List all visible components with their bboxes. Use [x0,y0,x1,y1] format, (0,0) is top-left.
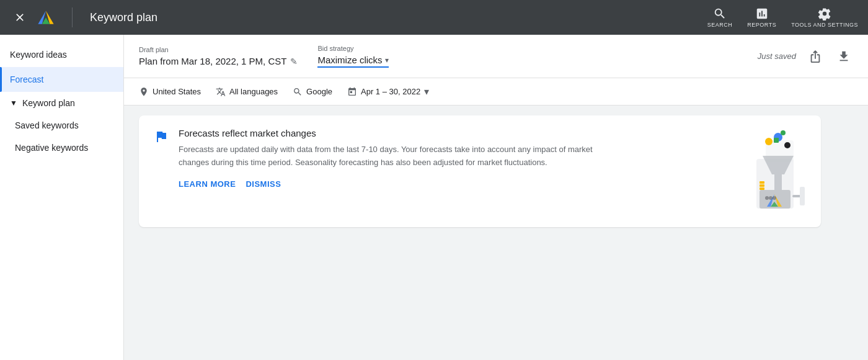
reports-icon [755,7,769,20]
sidebar-item-negative-keywords[interactable]: Negative keywords [0,137,123,159]
reports-nav-button[interactable]: REPORTS [747,7,776,28]
svg-rect-18 [800,187,805,205]
location-icon [139,87,149,97]
network-filter[interactable]: Google [293,87,332,97]
sidebar-item-forecast[interactable]: Forecast [0,67,123,92]
dismiss-button[interactable]: DISMISS [246,179,281,189]
search-nav-label: SEARCH [707,22,733,28]
search-icon [713,7,727,20]
main-layout: Keyword ideas Forecast ▼ Keyword plan Sa… [0,35,868,360]
bid-strategy-value: Maximize clicks [317,55,382,65]
notification-card: Forecasts reflect market changes Forecas… [139,115,821,227]
share-button[interactable] [806,47,825,66]
search-nav-button[interactable]: SEARCH [707,7,733,28]
filters-bar: United States All languages Google Apr 1… [124,78,868,106]
close-button[interactable] [10,7,30,27]
download-icon [837,50,851,63]
sidebar-item-keyword-ideas[interactable]: Keyword ideas [0,42,123,67]
language-filter-value: All languages [229,87,278,96]
top-navigation-bar: Keyword plan SEARCH REPORTS TOOLS AND SE… [0,0,868,35]
sidebar-section-main: Keyword ideas Forecast ▼ Keyword plan Sa… [0,40,123,161]
notification-text: Forecasts are updated daily with data fr… [179,143,600,169]
chevron-down-icon: ▼ [10,99,17,107]
notification-flag-icon [154,129,169,148]
svg-point-11 [765,138,773,145]
page-title: Keyword plan [90,11,157,24]
location-filter[interactable]: United States [139,87,201,97]
sidebar-keyword-plan-section[interactable]: ▼ Keyword plan [0,92,123,114]
language-filter[interactable]: All languages [216,87,278,97]
svg-point-19 [765,196,769,200]
search-network-value: Google [306,87,332,96]
location-filter-value: United States [153,87,201,96]
svg-point-10 [784,142,790,148]
svg-rect-22 [760,187,764,190]
language-icon [216,87,226,97]
svg-point-12 [781,130,786,135]
date-range-filter[interactable]: Apr 1 – 30, 2022 ▾ [347,86,429,97]
plan-header: Draft plan Plan from Mar 18, 2022, 1 PM,… [124,35,868,78]
tools-nav-label: TOOLS AND SETTINGS [791,22,858,28]
svg-point-20 [769,196,773,200]
draft-plan-label: Draft plan [139,46,298,53]
svg-rect-7 [774,174,782,190]
google-ads-logo [37,9,55,26]
forecast-illustration [670,128,806,215]
bid-strategy-dropdown[interactable]: Maximize clicks ▾ [317,55,388,68]
download-button[interactable] [835,47,853,66]
svg-rect-13 [774,138,779,143]
learn-more-button[interactable]: LEARN MORE [179,179,236,189]
saved-status: Just saved [758,52,796,61]
plan-name: Plan from Mar 18, 2022, 1 PM, CST [139,56,286,66]
top-bar-left: Keyword plan [10,7,157,27]
edit-plan-name-icon[interactable]: ✎ [290,56,298,66]
tools-nav-button[interactable]: TOOLS AND SETTINGS [791,7,858,28]
calendar-icon [347,87,357,97]
draft-plan-section: Draft plan Plan from Mar 18, 2022, 1 PM,… [139,46,298,66]
search-network-icon [293,87,303,97]
svg-rect-24 [760,181,764,184]
date-range-dropdown-arrow: ▾ [424,86,429,97]
top-bar-actions: SEARCH REPORTS TOOLS AND SETTINGS [707,7,858,28]
bid-strategy-dropdown-arrow: ▾ [385,56,389,65]
content-area: Draft plan Plan from Mar 18, 2022, 1 PM,… [124,35,868,360]
plan-header-actions: Just saved [758,47,853,66]
bid-strategy-section: Bid strategy Maximize clicks ▾ [317,45,388,68]
notification-actions: LEARN MORE DISMISS [179,179,660,189]
notification-illustration [670,128,806,215]
bid-strategy-label: Bid strategy [317,45,388,52]
sidebar-item-saved-keywords[interactable]: Saved keywords [0,114,123,137]
svg-point-21 [773,196,776,200]
plan-name-row: Plan from Mar 18, 2022, 1 PM, CST ✎ [139,56,298,66]
date-range-value: Apr 1 – 30, 2022 [361,87,420,96]
svg-rect-23 [760,184,764,187]
notification-title: Forecasts reflect market changes [179,128,660,138]
tools-icon [818,7,831,20]
sidebar: Keyword ideas Forecast ▼ Keyword plan Sa… [0,35,124,360]
reports-nav-label: REPORTS [747,22,776,28]
share-icon [808,50,822,63]
notification-content: Forecasts reflect market changes Forecas… [179,128,660,189]
header-divider [72,7,73,27]
